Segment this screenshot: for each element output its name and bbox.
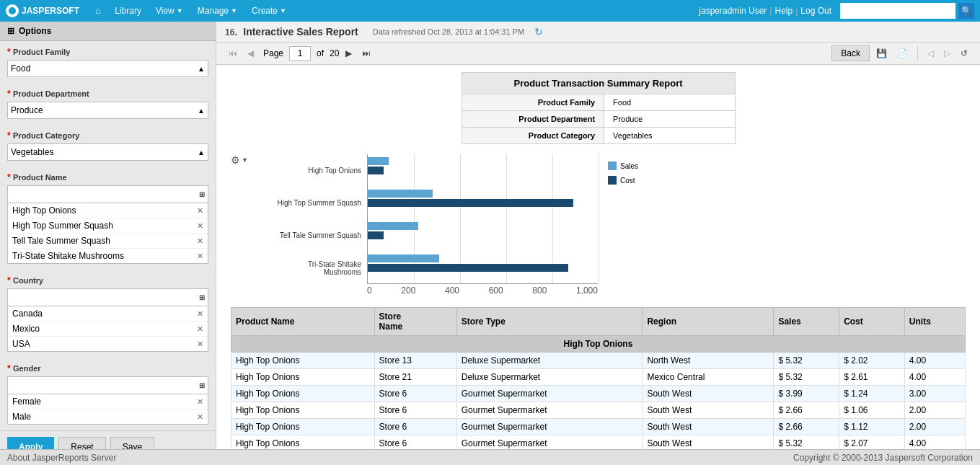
table-row: High Top Onions Store 21 Deluxe Supermar… [231, 369, 966, 386]
cell-units: 4.00 [904, 435, 965, 450]
cell-cost: $ 1.24 [839, 386, 905, 402]
panel-buttons: Apply Reset Save [0, 430, 216, 449]
status-bar: About JasperReports Server Copyright © 2… [0, 449, 980, 465]
undo-button[interactable]: ◁ [924, 46, 937, 61]
remove-icon[interactable]: ✕ [197, 252, 203, 261]
cost-bar [368, 264, 568, 272]
product-category-select[interactable]: Vegetables ▲ [7, 143, 208, 161]
nav-home[interactable]: ⌂ [88, 0, 107, 22]
nav-create[interactable]: Create ▼ [244, 0, 293, 22]
remove-icon[interactable]: ✕ [197, 221, 203, 231]
list-item[interactable]: Male ✕ [8, 409, 208, 424]
cell-store: Store 13 [374, 353, 456, 369]
cell-product: High Top Onions [231, 402, 375, 419]
list-item[interactable]: Mexico ✕ [8, 322, 208, 337]
list-item[interactable]: Tri-State Shitake Mushrooms ✕ [8, 249, 208, 263]
global-search-button[interactable]: 🔍 [958, 3, 974, 19]
chevron-down-icon: ▼ [231, 7, 237, 14]
required-star: * [7, 275, 13, 285]
data-table: Product Name StoreName Store Type Region… [231, 307, 966, 449]
nav-library[interactable]: Library [107, 0, 149, 22]
list-item[interactable]: Female ✕ [8, 394, 208, 409]
cell-units: 3.00 [904, 386, 965, 402]
remove-icon[interactable]: ✕ [197, 236, 203, 246]
chart-label: High Top Summer Squash [262, 189, 361, 218]
remove-icon[interactable]: ✕ [197, 412, 203, 422]
list-item[interactable]: High Top Summer Squash ✕ [8, 218, 208, 234]
list-item[interactable]: USA ✕ [8, 337, 208, 351]
product-name-search-input[interactable] [11, 190, 190, 199]
cell-sales: $ 2.66 [774, 402, 839, 419]
required-star: * [7, 89, 13, 99]
list-item[interactable]: Canada ✕ [8, 306, 208, 322]
logout-link[interactable]: Log Out [800, 6, 831, 16]
chart-legend: Sales Cost [598, 161, 638, 185]
country-search-input[interactable] [11, 293, 190, 302]
required-star: * [7, 130, 13, 141]
gender-search-input[interactable] [11, 381, 190, 390]
summary-row: Product Department Produce [462, 111, 735, 128]
table-row: High Top Onions Store 13 Deluxe Supermar… [231, 353, 966, 369]
item-label: High Top Summer Squash [12, 221, 113, 231]
list-item[interactable]: High Top Onions ✕ [8, 203, 208, 218]
cell-units: 2.00 [904, 419, 965, 435]
cell-units: 4.00 [904, 369, 965, 386]
prev-page-button[interactable]: ◀ [244, 46, 257, 61]
export-button[interactable]: 📄 [893, 46, 911, 61]
remove-icon[interactable]: ✕ [197, 324, 203, 334]
cell-store: Store 21 [374, 369, 456, 386]
cell-product: High Top Onions [231, 419, 375, 435]
reset-button[interactable]: Reset [58, 437, 105, 449]
x-label: 200 [401, 285, 415, 296]
sales-bar [368, 222, 418, 230]
gender-multiselect: ⊞ Female ✕ Male ✕ [7, 376, 208, 425]
remove-icon[interactable]: ✕ [197, 206, 203, 216]
last-page-button[interactable]: ⏭ [358, 46, 374, 61]
product-department-select[interactable]: Produce ▲ [7, 102, 208, 119]
cell-region: South West [643, 386, 774, 402]
col-store-type: Store Type [456, 308, 643, 336]
cell-sales: $ 3.99 [774, 386, 839, 402]
product-family-select[interactable]: Food ▲ [7, 60, 208, 77]
page-input[interactable]: 1 [289, 46, 311, 61]
refresh-timestamp: Data refreshed Oct 28, 2013 at 1:04:31 P… [373, 27, 524, 36]
required-star: * [7, 47, 13, 57]
reset-button[interactable]: ↺ [957, 46, 971, 61]
table-group-header: High Top Onions [231, 336, 966, 353]
product-name-search: ⊞ [8, 186, 208, 203]
table-row: High Top Onions Store 6 Gourmet Supermar… [231, 402, 966, 419]
cell-store: Store 6 [374, 402, 456, 419]
item-label: Tell Tale Summer Squash [12, 236, 110, 246]
remove-icon[interactable]: ✕ [197, 340, 203, 349]
options-title: Options [19, 26, 51, 36]
cell-region: North West [643, 353, 774, 369]
list-item[interactable]: Tell Tale Summer Squash ✕ [8, 234, 208, 249]
help-link[interactable]: Help [774, 6, 793, 16]
remove-icon[interactable]: ✕ [197, 309, 203, 319]
remove-icon[interactable]: ✕ [197, 397, 203, 407]
refresh-icon[interactable]: ↻ [534, 26, 543, 37]
bar-group [368, 157, 389, 174]
x-label: 800 [532, 285, 547, 296]
jaspersoft-logo: JASPERSOFT [6, 4, 79, 17]
of-label: of [317, 48, 324, 58]
cell-region: Mexico Central [643, 369, 774, 386]
global-search-input[interactable] [840, 3, 955, 19]
first-page-button[interactable]: ⏮ [225, 46, 241, 61]
group-header-label: High Top Onions [231, 336, 966, 353]
nav-manage[interactable]: Manage ▼ [190, 0, 244, 22]
dropdown-arrow-icon: ▲ [198, 149, 205, 156]
nav-view[interactable]: View ▼ [149, 0, 190, 22]
back-button[interactable]: Back [831, 45, 870, 61]
chart-settings-button[interactable]: ⚙ ▼ [231, 154, 248, 166]
save-button[interactable]: Save [110, 437, 154, 449]
save-report-button[interactable]: 💾 [873, 46, 891, 61]
gender-label: * Gender [7, 363, 208, 373]
cell-type: Gourmet Supermarket [456, 419, 643, 435]
report-title: Interactive Sales Report [243, 26, 358, 37]
status-right: Copyright © 2000-2013 Jaspersoft Corpora… [793, 453, 973, 463]
dropdown-arrow-icon: ▲ [198, 107, 205, 115]
redo-button[interactable]: ▷ [940, 46, 954, 61]
next-page-button[interactable]: ▶ [342, 46, 356, 61]
apply-button[interactable]: Apply [7, 437, 54, 449]
